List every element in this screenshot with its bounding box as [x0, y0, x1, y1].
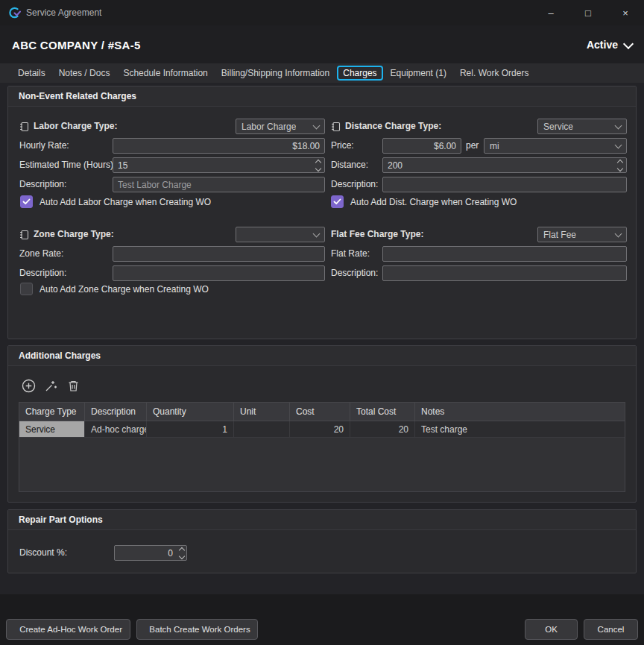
tab-notes-docs[interactable]: Notes / Docs: [53, 66, 116, 81]
zone-rate-label: Zone Rate:: [19, 246, 63, 262]
flat-rate-label: Flat Rate:: [331, 246, 370, 262]
button-label: OK: [545, 625, 558, 634]
cell-cost[interactable]: 20: [290, 421, 350, 438]
discount-spinner[interactable]: [177, 545, 186, 561]
chevron-down-icon: [615, 230, 622, 237]
maximize-button[interactable]: □: [569, 0, 607, 25]
ok-button[interactable]: OK: [525, 619, 578, 640]
charge-type-icon: [19, 229, 30, 240]
zone-description-label: Description:: [19, 265, 66, 281]
zone-charge-type-select[interactable]: [236, 227, 325, 242]
tab-equipment[interactable]: Equipment (1): [385, 66, 452, 81]
cell-charge-type[interactable]: Service: [19, 421, 85, 438]
column-header-quantity[interactable]: Quantity: [147, 403, 234, 421]
status-dropdown[interactable]: Active: [587, 39, 632, 51]
checkbox-label: Auto Add Labor Charge when Creating WO: [40, 197, 211, 207]
panel-title: Repair Part Options: [8, 510, 636, 530]
auto-add-labor-checkbox[interactable]: Auto Add Labor Charge when Creating WO: [20, 195, 211, 208]
window-controls: – □ ×: [532, 0, 644, 25]
auto-add-distance-checkbox[interactable]: Auto Add Dist. Charge when Creating WO: [331, 195, 517, 208]
additional-charges-panel: Additional Charges Charge Type Descripti…: [7, 345, 637, 503]
tab-rel-work-orders[interactable]: Rel. Work Orders: [454, 66, 534, 81]
cell-quantity[interactable]: 1: [147, 421, 234, 438]
tab-billing-shipping-information[interactable]: Billing/Shipping Information: [215, 66, 335, 81]
price-label: Price:: [331, 138, 354, 154]
checkbox-label: Auto Add Dist. Charge when Creating WO: [350, 197, 517, 207]
magic-wand-icon: [44, 379, 58, 393]
app-logo-icon: [7, 7, 21, 19]
table-header-row: Charge Type Description Quantity Unit Co…: [19, 403, 625, 421]
hourly-rate-label: Hourly Rate:: [19, 138, 69, 154]
distance-description-label: Description:: [331, 177, 378, 192]
chevron-down-icon: [615, 141, 622, 148]
tab-charges[interactable]: Charges: [337, 66, 382, 81]
status-value: Active: [587, 39, 618, 51]
zone-rate-input[interactable]: [113, 246, 325, 262]
labor-description-input[interactable]: [113, 177, 325, 192]
create-adhoc-work-order-button[interactable]: Create Ad-Hoc Work Order: [6, 619, 130, 640]
chevron-down-icon: [313, 122, 321, 129]
flat-description-input[interactable]: [382, 265, 627, 281]
footer-bar: Create Ad-Hoc Work Order Batch Create Wo…: [0, 594, 644, 645]
trash-icon: [68, 380, 79, 392]
header: ABC COMPANY / #SA-5 Active: [0, 33, 644, 57]
zone-description-input[interactable]: [113, 265, 325, 281]
checkbox-box: [20, 283, 33, 295]
distance-description-input[interactable]: [382, 177, 627, 192]
distance-unit-select[interactable]: mi: [484, 138, 627, 154]
delete-charge-button[interactable]: [63, 376, 83, 395]
page-title: ABC COMPANY / #SA-5: [12, 39, 141, 51]
button-label: Create Ad-Hoc Work Order: [19, 625, 122, 634]
auto-add-zone-checkbox[interactable]: Auto Add Zone Charge when Creating WO: [20, 283, 209, 295]
batch-create-work-orders-button[interactable]: Batch Create Work Orders: [136, 619, 258, 640]
distance-spinner[interactable]: [615, 157, 625, 173]
estimated-time-input[interactable]: [113, 157, 325, 173]
column-header-notes[interactable]: Notes: [415, 403, 625, 421]
hourly-rate-input[interactable]: [113, 138, 325, 154]
flat-description-label: Description:: [331, 265, 378, 281]
flat-rate-input[interactable]: [382, 246, 627, 262]
button-label: Cancel: [598, 625, 625, 634]
cell-unit[interactable]: [234, 421, 290, 438]
cancel-button[interactable]: Cancel: [584, 619, 638, 640]
flat-fee-charge-type-label: Flat Fee Charge Type:: [331, 227, 423, 242]
cell-total-cost[interactable]: 20: [350, 421, 415, 438]
labor-charge-type-label: Labor Charge Type:: [34, 119, 117, 134]
minimize-button[interactable]: –: [532, 0, 569, 25]
chevron-down-icon: [623, 38, 634, 48]
plus-circle-icon: [22, 379, 36, 393]
cell-description[interactable]: Ad-hoc charge: [85, 421, 147, 438]
cell-notes[interactable]: Test charge: [415, 421, 625, 438]
estimated-time-label: Estimated Time (Hours):: [19, 157, 116, 173]
tab-details[interactable]: Details: [12, 66, 51, 81]
column-header-total-cost[interactable]: Total Cost: [350, 403, 415, 421]
distance-charge-type-label: Distance Charge Type:: [345, 119, 441, 134]
column-header-charge-type[interactable]: Charge Type: [19, 403, 85, 421]
column-header-unit[interactable]: Unit: [234, 403, 290, 421]
distance-charge-type-select[interactable]: Service: [537, 119, 627, 134]
tab-schedule-information[interactable]: Schedule Information: [117, 66, 213, 81]
repair-part-options-panel: Repair Part Options Discount %:: [7, 509, 637, 573]
chevron-down-icon: [313, 230, 321, 237]
chevron-down-icon: [615, 122, 622, 129]
labor-charge-type-select[interactable]: Labor Charge: [236, 119, 325, 134]
price-input[interactable]: [382, 138, 461, 154]
estimated-time-spinner[interactable]: [313, 157, 323, 173]
distance-input[interactable]: [382, 157, 627, 173]
checkbox-box: [331, 195, 344, 208]
auto-generate-charge-button[interactable]: [41, 376, 60, 395]
discount-label: Discount %:: [19, 545, 67, 561]
close-button[interactable]: ×: [607, 0, 644, 25]
add-charge-button[interactable]: [19, 376, 38, 395]
non-event-charges-panel: Non-Event Related Charges Labor Charge T…: [7, 86, 637, 339]
panel-title: Additional Charges: [8, 346, 636, 366]
flat-fee-charge-type-select[interactable]: Flat Fee: [537, 227, 627, 242]
table-empty-area: [19, 438, 625, 491]
column-header-description[interactable]: Description: [85, 403, 147, 421]
table-row[interactable]: Service Ad-hoc charge 1 20 20 Test charg…: [19, 421, 625, 438]
tab-bar: Details Notes / Docs Schedule Informatio…: [0, 63, 644, 83]
column-header-cost[interactable]: Cost: [290, 403, 350, 421]
additional-charges-table: Charge Type Description Quantity Unit Co…: [19, 402, 625, 492]
titlebar: Service Agreement – □ ×: [0, 0, 644, 25]
charge-type-icon: [19, 121, 30, 132]
